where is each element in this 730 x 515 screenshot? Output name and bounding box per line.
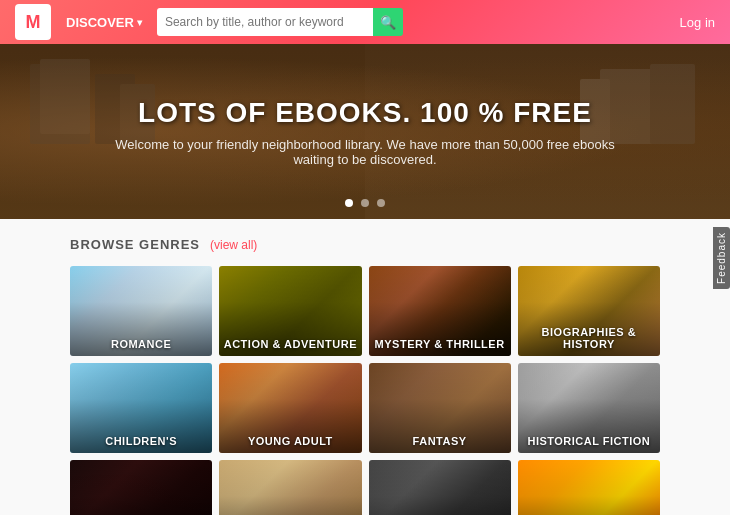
search-button[interactable]: 🔍 bbox=[373, 8, 403, 36]
genre-item-mystery[interactable]: MYSTERY & THRILLER bbox=[369, 266, 511, 356]
header: M DISCOVER ▾ 🔍 Log in bbox=[0, 0, 730, 44]
genre-item-literary[interactable]: LITERARY FICTION bbox=[219, 460, 361, 515]
genre-label-mystery: MYSTERY & THRILLER bbox=[371, 332, 509, 356]
svg-rect-4 bbox=[650, 64, 695, 144]
genre-item-biographies[interactable]: BIOGRAPHIES & HISTORY bbox=[518, 266, 660, 356]
genre-item-horror[interactable]: HORROR bbox=[70, 460, 212, 515]
hero-subtitle: Welcome to your friendly neighborhood li… bbox=[115, 137, 615, 167]
genre-label-fantasy: FANTASY bbox=[409, 429, 471, 453]
genre-label-romance: ROMANCE bbox=[107, 332, 175, 356]
genre-label-youngadult: YOUNG ADULT bbox=[244, 429, 337, 453]
genre-item-youngadult[interactable]: YOUNG ADULT bbox=[219, 363, 361, 453]
genre-grid: ROMANCEACTION & ADVENTUREMYSTERY & THRIL… bbox=[70, 266, 660, 515]
genre-item-scifi[interactable]: SCIENCE FICTION bbox=[518, 460, 660, 515]
genre-overlay-scifi bbox=[518, 460, 660, 515]
genre-item-historical[interactable]: HISTORICAL FICTION bbox=[518, 363, 660, 453]
logo[interactable]: M bbox=[15, 4, 51, 40]
dot-3[interactable] bbox=[377, 199, 385, 207]
feedback-tab-container: Feedback bbox=[713, 227, 730, 289]
browse-header: BROWSE GENRES (view all) bbox=[70, 237, 660, 252]
hero-dots bbox=[345, 199, 385, 207]
search-icon: 🔍 bbox=[380, 15, 396, 30]
hero-banner: LOTS OF EBOOKS. 100 % FREE Welcome to yo… bbox=[0, 44, 730, 219]
genre-overlay-horror bbox=[70, 460, 212, 515]
view-all-link[interactable]: (view all) bbox=[210, 238, 257, 252]
browse-title: BROWSE GENRES bbox=[70, 237, 200, 252]
genre-overlay-nonfiction bbox=[369, 460, 511, 515]
genre-item-childrens[interactable]: CHILDREN'S bbox=[70, 363, 212, 453]
genre-label-action: ACTION & ADVENTURE bbox=[220, 332, 361, 356]
genre-item-action[interactable]: ACTION & ADVENTURE bbox=[219, 266, 361, 356]
dot-2[interactable] bbox=[361, 199, 369, 207]
genre-item-nonfiction[interactable]: NON-FICTION bbox=[369, 460, 511, 515]
genre-item-romance[interactable]: ROMANCE bbox=[70, 266, 212, 356]
login-button[interactable]: Log in bbox=[680, 15, 715, 30]
feedback-tab[interactable]: Feedback bbox=[713, 227, 730, 289]
dot-1[interactable] bbox=[345, 199, 353, 207]
search-input[interactable] bbox=[157, 8, 373, 36]
discover-nav[interactable]: DISCOVER ▾ bbox=[66, 15, 142, 30]
genre-item-fantasy[interactable]: FANTASY bbox=[369, 363, 511, 453]
hero-title: LOTS OF EBOOKS. 100 % FREE bbox=[138, 97, 592, 129]
genre-overlay-literary bbox=[219, 460, 361, 515]
chevron-down-icon: ▾ bbox=[137, 17, 142, 28]
svg-rect-1 bbox=[40, 59, 90, 134]
genre-label-historical: HISTORICAL FICTION bbox=[523, 429, 654, 453]
genre-label-childrens: CHILDREN'S bbox=[101, 429, 181, 453]
genre-label-biographies: BIOGRAPHIES & HISTORY bbox=[518, 320, 660, 356]
browse-section: BROWSE GENRES (view all) ROMANCEACTION &… bbox=[0, 219, 730, 515]
search-bar: 🔍 bbox=[157, 8, 403, 36]
